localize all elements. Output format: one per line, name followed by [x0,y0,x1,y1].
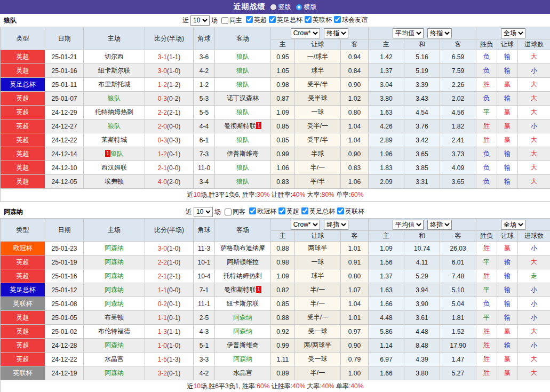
league-filter-checkbox-input[interactable] [269,16,276,23]
avg-draw: 3.61 [404,311,440,325]
league-filter-checkbox[interactable]: 英联杯 [335,205,364,218]
league-filter-checkbox[interactable]: 欧冠杯 [247,205,276,218]
away-team-cell: 曼彻斯特联1 [215,119,271,133]
summary-text: 近 [187,191,194,198]
avg-away: 7.59 [440,64,476,78]
away-team-cell: 狼队 [215,50,271,64]
result-handicap: 赢 [497,119,518,133]
col-result-wl: 胜负 [476,231,497,242]
league-filter-checkbox[interactable]: 英足总杯 [267,13,302,26]
final-odds-select-2[interactable]: 终指 [427,220,452,230]
league-badge: 英超 [1,92,45,106]
halftime-score: (2-1) [167,109,180,116]
avg-home: 1.66 [369,297,404,311]
bookmaker-select[interactable]: Crow* [291,220,320,230]
home-team-cell: 莱斯特城 [84,133,145,147]
results-header-bar: 近期战绩 竖版 横版 [0,0,550,14]
score-cell: 2-1(2-1) [145,269,194,283]
league-filter-checkbox-input[interactable] [305,16,312,23]
result-goals: 小 [518,283,550,297]
fulltime-score: 3-2 [158,370,167,377]
result-handicap: 赢 [497,78,518,92]
avg-away: 2.02 [440,92,476,106]
result-winlose: 胜 [476,269,497,283]
odds-away: 0.90 [341,339,369,353]
same-venue-checkbox[interactable]: 同客 [222,205,245,218]
match-date: 25-01-16 [45,269,84,283]
odds-home: 0.85 [271,297,295,311]
team-link: 阿森纳 [105,341,124,349]
radio-unchecked-icon[interactable] [270,4,276,10]
match-row: 欧冠杯25-01-23阿森纳3-0(1-0)11-3萨格勒布迪纳摩0.88两球半… [1,242,550,255]
same-venue-checkbox-input[interactable] [225,209,232,215]
col-result-wl: 胜负 [476,39,497,50]
league-filter-checkbox[interactable]: 英联杯 [302,13,332,26]
horizontal-layout-radio[interactable]: 横版 [296,3,317,12]
away-team-cell: 萨格勒布迪纳摩 [215,242,271,255]
avg-away: 1.52 [440,325,476,339]
league-filter-checkbox[interactable]: 英超 [244,13,267,26]
fulltime-select[interactable]: 全场 [501,220,525,230]
odds-away: 0.90 [341,78,369,92]
score-cell: 3-1(1-1) [145,50,194,64]
corner-count: 4-3 [194,325,215,339]
match-count-select[interactable]: 10 [190,15,210,26]
league-filter-checkbox-input[interactable] [334,16,341,23]
avg-away: 5.27 [440,366,476,380]
average-select[interactable]: 平均值 [393,220,424,230]
final-odds-select-2[interactable]: 终指 [427,28,452,38]
halftime-score: (0-0) [167,286,180,294]
final-odds-select[interactable]: 终指 [324,220,348,230]
fulltime-score: 0-3 [158,137,167,144]
avg-draw: 3.43 [404,92,440,106]
bookmaker-select-cell: Crow* 终指 [271,219,369,231]
same-venue-checkbox[interactable]: 同主 [219,14,242,27]
fulltime-score: 3-1 [158,53,167,61]
bookmaker-select[interactable]: Crow* [291,28,320,38]
odds-away: 1.01 [341,311,369,325]
odds-handicap: 受半球 [295,92,341,106]
odds-handicap: 受一球 [295,353,341,366]
summary-text: 10 [194,382,201,390]
vertical-layout-radio[interactable]: 竖版 [270,3,291,12]
halftime-score: (0-3) [167,137,180,144]
col-date: 日期 [45,219,84,242]
match-count-select[interactable]: 10 [194,207,213,217]
match-date: 24-12-22 [45,353,84,366]
radio-checked-icon[interactable] [296,4,302,10]
league-filter-checkbox-input[interactable] [249,207,256,214]
league-filter-checkbox-input[interactable] [301,207,308,214]
result-winlose: 胜 [476,78,497,92]
average-select[interactable]: 平均值 [393,28,424,38]
league-filter-checkbox-input[interactable] [278,207,285,214]
final-odds-select[interactable]: 终指 [324,28,348,38]
league-badge: 英足总杯 [1,78,45,92]
corner-count: 7-3 [194,147,215,161]
result-winlose: 负 [476,147,497,161]
halftime-score: (0-0) [167,164,180,172]
halftime-score: (1-0) [167,67,180,75]
col-avg-home: 主 [369,231,404,242]
avg-home: 1.09 [369,242,404,255]
team-link: 纽卡斯尔联 [98,67,130,74]
result-handicap: 输 [497,161,518,175]
avg-draw: 3.42 [404,133,440,147]
league-filter-checkbox[interactable]: 英超 [276,205,299,218]
col-result-goals: 进球数 [518,231,550,242]
avg-away: 2.41 [440,133,476,147]
same-venue-checkbox-input[interactable] [221,17,228,24]
league-filter-checkbox[interactable]: 球会友谊 [332,13,368,26]
score-cell: 0-2(0-1) [145,297,194,311]
league-filter-checkbox[interactable]: 英足总杯 [299,205,335,218]
avg-draw: 8.48 [404,339,440,353]
league-filter-checkbox-input[interactable] [337,207,344,214]
team-link: 布伦特福德 [98,327,130,335]
score-cell: 1-0(1-0) [145,339,194,353]
fulltime-select[interactable]: 全场 [501,28,525,38]
result-winlose: 负 [476,161,497,175]
result-goals: 小 [518,311,550,325]
avg-home: 1.63 [369,106,404,119]
league-filter-label: 球会友谊 [342,13,368,26]
league-filter-checkbox-input[interactable] [246,16,253,23]
odds-handicap: 半/一 [295,297,341,311]
